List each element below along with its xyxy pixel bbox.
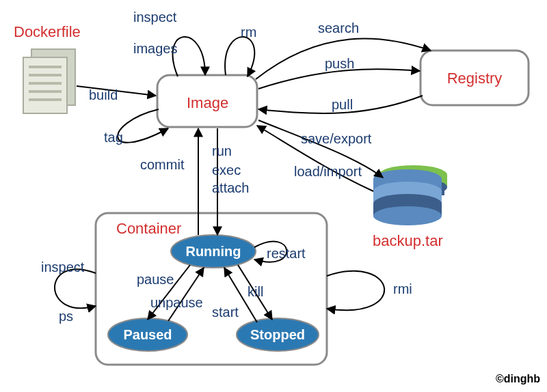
registry-label: Registry xyxy=(447,70,503,87)
edge-rm xyxy=(225,37,254,76)
dockerfile-label: Dockerfile xyxy=(14,23,81,40)
running-label: Running xyxy=(185,244,241,259)
edge-inspect-container xyxy=(55,269,96,308)
edge-push xyxy=(258,69,420,89)
stopped-label: Stopped xyxy=(250,327,305,342)
edge-save-export-label: save/export xyxy=(301,131,372,146)
edge-run-label: run xyxy=(212,143,232,158)
edge-search-label: search xyxy=(318,20,359,36)
dockerfile-icon xyxy=(23,49,75,113)
edge-load-import-label: load/import xyxy=(294,164,362,179)
edge-push-label: push xyxy=(325,56,354,71)
edge-rm-label: rm xyxy=(241,25,256,40)
edge-inspect-image xyxy=(173,37,205,76)
edge-attach-label: attach xyxy=(212,180,249,195)
edge-build-label: build xyxy=(89,87,118,102)
edge-pull-label: pull xyxy=(332,97,353,112)
edge-exec-label: exec xyxy=(212,163,241,178)
edge-kill-label: kill xyxy=(248,284,263,299)
paused-label: Paused xyxy=(123,327,172,342)
backup-icon xyxy=(373,165,447,225)
edge-rmi-label: rmi xyxy=(393,281,412,296)
edge-inspect-image-label: inspect xyxy=(133,10,177,25)
container-label: Container xyxy=(116,220,181,237)
edge-start-label: start xyxy=(212,305,239,320)
edge-commit-label: commit xyxy=(140,157,185,172)
edge-unpause-label: unpause xyxy=(150,295,203,310)
edge-tag-label: tag xyxy=(104,130,123,145)
edge-pause-label: pause xyxy=(137,272,174,287)
backup-label: backup.tar xyxy=(373,232,443,249)
edge-ps-label: ps xyxy=(59,309,73,324)
edge-restart-label: restart xyxy=(267,246,306,261)
edge-rmi xyxy=(327,271,384,310)
svg-point-17 xyxy=(373,206,442,225)
edge-images-label: images xyxy=(133,41,177,56)
credit-label: ©dinghb xyxy=(496,373,540,384)
image-label: Image xyxy=(187,94,228,111)
edge-inspect-container-label: inspect xyxy=(41,260,85,275)
